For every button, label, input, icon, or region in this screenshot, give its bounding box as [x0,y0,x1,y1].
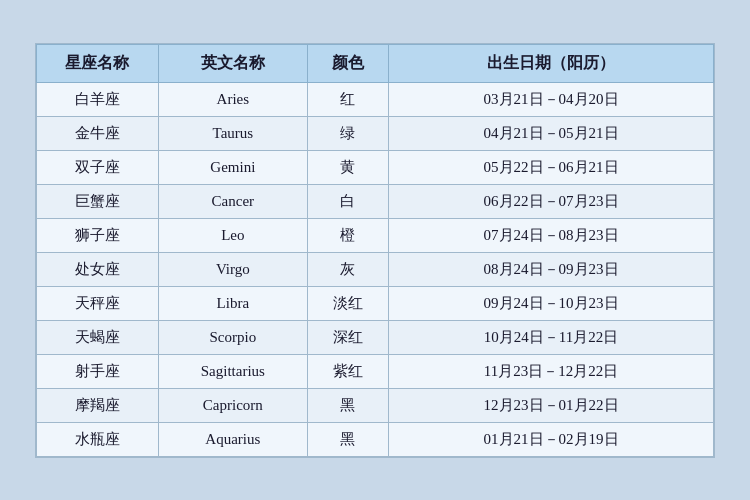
header-chinese: 星座名称 [37,44,159,82]
cell-color: 白 [307,184,388,218]
cell-chinese: 射手座 [37,354,159,388]
cell-date: 07月24日－08月23日 [389,218,714,252]
cell-english: Taurus [158,116,307,150]
cell-english: Virgo [158,252,307,286]
table-row: 射手座Sagittarius紫红11月23日－12月22日 [37,354,714,388]
cell-english: Gemini [158,150,307,184]
table-row: 摩羯座Capricorn黑12月23日－01月22日 [37,388,714,422]
cell-english: Libra [158,286,307,320]
cell-date: 12月23日－01月22日 [389,388,714,422]
table-body: 白羊座Aries红03月21日－04月20日金牛座Taurus绿04月21日－0… [37,82,714,456]
cell-english: Aquarius [158,422,307,456]
cell-chinese: 摩羯座 [37,388,159,422]
cell-color: 紫红 [307,354,388,388]
table-row: 巨蟹座Cancer白06月22日－07月23日 [37,184,714,218]
table-row: 处女座Virgo灰08月24日－09月23日 [37,252,714,286]
table-row: 天秤座Libra淡红09月24日－10月23日 [37,286,714,320]
cell-color: 淡红 [307,286,388,320]
cell-chinese: 天蝎座 [37,320,159,354]
cell-date: 08月24日－09月23日 [389,252,714,286]
cell-date: 06月22日－07月23日 [389,184,714,218]
cell-english: Aries [158,82,307,116]
cell-english: Scorpio [158,320,307,354]
table-row: 金牛座Taurus绿04月21日－05月21日 [37,116,714,150]
table-row: 白羊座Aries红03月21日－04月20日 [37,82,714,116]
cell-english: Sagittarius [158,354,307,388]
cell-color: 绿 [307,116,388,150]
cell-color: 黑 [307,388,388,422]
cell-color: 灰 [307,252,388,286]
table-row: 狮子座Leo橙07月24日－08月23日 [37,218,714,252]
cell-color: 黄 [307,150,388,184]
cell-date: 05月22日－06月21日 [389,150,714,184]
cell-chinese: 天秤座 [37,286,159,320]
header-color: 颜色 [307,44,388,82]
cell-chinese: 双子座 [37,150,159,184]
table-row: 天蝎座Scorpio深红10月24日－11月22日 [37,320,714,354]
cell-chinese: 白羊座 [37,82,159,116]
cell-date: 09月24日－10月23日 [389,286,714,320]
header-english: 英文名称 [158,44,307,82]
cell-color: 橙 [307,218,388,252]
table-header-row: 星座名称 英文名称 颜色 出生日期（阳历） [37,44,714,82]
cell-date: 03月21日－04月20日 [389,82,714,116]
cell-date: 01月21日－02月19日 [389,422,714,456]
cell-date: 10月24日－11月22日 [389,320,714,354]
table-row: 双子座Gemini黄05月22日－06月21日 [37,150,714,184]
header-date: 出生日期（阳历） [389,44,714,82]
cell-english: Leo [158,218,307,252]
cell-chinese: 金牛座 [37,116,159,150]
zodiac-table: 星座名称 英文名称 颜色 出生日期（阳历） 白羊座Aries红03月21日－04… [36,44,714,457]
cell-english: Cancer [158,184,307,218]
table-row: 水瓶座Aquarius黑01月21日－02月19日 [37,422,714,456]
cell-date: 11月23日－12月22日 [389,354,714,388]
cell-color: 黑 [307,422,388,456]
cell-date: 04月21日－05月21日 [389,116,714,150]
cell-chinese: 狮子座 [37,218,159,252]
cell-color: 红 [307,82,388,116]
zodiac-table-container: 星座名称 英文名称 颜色 出生日期（阳历） 白羊座Aries红03月21日－04… [35,43,715,458]
cell-english: Capricorn [158,388,307,422]
cell-chinese: 巨蟹座 [37,184,159,218]
cell-chinese: 处女座 [37,252,159,286]
cell-color: 深红 [307,320,388,354]
cell-chinese: 水瓶座 [37,422,159,456]
